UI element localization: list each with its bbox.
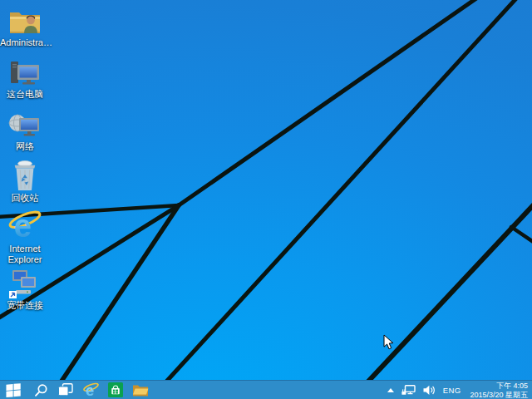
desktop-icon-broadband-connection[interactable]: 宽带连接 xyxy=(0,268,50,311)
mouse-cursor xyxy=(383,334,395,352)
desktop-icon-recycle-bin[interactable]: 回收站 xyxy=(0,160,50,204)
tray-network-button[interactable] xyxy=(401,385,416,396)
show-hidden-icons-button[interactable] xyxy=(387,388,394,392)
svg-text:e: e xyxy=(86,382,94,398)
windows-desktop[interactable]: Administra… 这台电脑 xyxy=(0,0,532,399)
start-button[interactable] xyxy=(0,381,28,399)
taskbar-file-explorer-button[interactable] xyxy=(128,381,153,399)
file-explorer-icon xyxy=(132,383,149,397)
search-icon xyxy=(34,383,48,397)
task-view-button[interactable] xyxy=(53,381,78,399)
system-tray: ENG 下午 4:05 2015/3/20 星期五 xyxy=(387,381,532,399)
wired-network-icon xyxy=(401,385,416,396)
taskbar-store-button[interactable] xyxy=(103,381,128,399)
speaker-icon xyxy=(423,385,436,396)
icon-label: Administra… xyxy=(0,37,50,48)
windows-logo-icon xyxy=(6,382,22,398)
wallpaper-beam-lines xyxy=(0,0,532,399)
user-folder-icon xyxy=(8,5,42,37)
clock[interactable]: 下午 4:05 2015/3/20 星期五 xyxy=(468,382,528,399)
svg-text:e: e xyxy=(14,208,32,243)
search-button[interactable] xyxy=(28,381,53,399)
taskbar-internet-explorer-button[interactable]: e xyxy=(78,381,103,399)
desktop-icon-administrator-folder[interactable]: Administra… xyxy=(0,5,50,48)
desktop-icon-network[interactable]: 网络 xyxy=(0,109,50,152)
clock-time: 下午 4:05 xyxy=(470,382,528,391)
chevron-up-icon xyxy=(387,388,394,392)
computer-icon xyxy=(8,57,42,88)
task-view-icon xyxy=(58,383,73,397)
icon-label: 回收站 xyxy=(12,193,39,204)
desktop-icon-internet-explorer[interactable]: e Internet Explorer xyxy=(0,211,50,265)
desktop-icon-this-pc[interactable]: 这台电脑 xyxy=(0,57,50,100)
taskbar: e xyxy=(0,380,532,399)
language-indicator[interactable]: ENG xyxy=(443,386,461,395)
internet-explorer-icon: e xyxy=(7,211,43,243)
windows-store-icon xyxy=(108,382,123,397)
broadband-connection-icon xyxy=(8,268,42,299)
icon-label: 这台电脑 xyxy=(7,89,43,100)
network-globe-icon xyxy=(8,109,42,140)
internet-explorer-icon: e xyxy=(82,382,100,398)
tray-volume-button[interactable] xyxy=(423,385,436,396)
clock-date: 2015/3/20 星期五 xyxy=(470,391,528,399)
recycle-bin-icon xyxy=(11,160,39,192)
icon-label: 网络 xyxy=(16,141,34,152)
icon-label: Internet Explorer xyxy=(0,244,50,265)
icon-label: 宽带连接 xyxy=(7,300,43,311)
